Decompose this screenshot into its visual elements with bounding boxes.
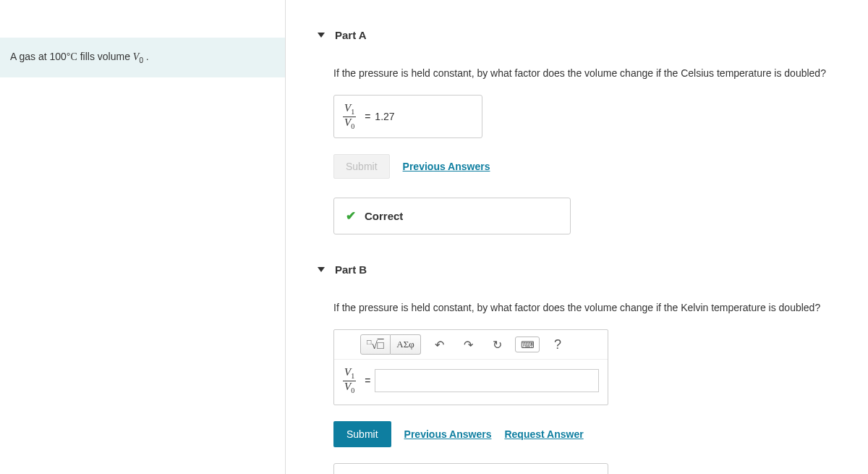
- main-content: Part A If the pressure is held constant,…: [286, 0, 868, 474]
- sidebar: A gas at 100°C fills volume V0 .: [0, 0, 286, 474]
- part-a-feedback: ✔ Correct: [333, 198, 571, 234]
- part-b-question: If the pressure is held constant, by wha…: [333, 302, 868, 313]
- chevron-down-icon: [318, 267, 325, 272]
- fraction-numerator-v: V: [344, 366, 351, 378]
- part-a-header[interactable]: Part A: [315, 22, 868, 51]
- equals-sign: =: [365, 375, 370, 386]
- submit-button[interactable]: Submit: [333, 421, 391, 447]
- redo-icon[interactable]: ↷: [457, 335, 479, 354]
- submit-button-disabled: Submit: [333, 154, 390, 179]
- keyboard-icon[interactable]: ⌨: [515, 337, 540, 352]
- check-icon: ✔: [346, 208, 356, 224]
- problem-text-prefix: A gas at 100: [10, 51, 67, 62]
- part-b-section: Part B If the pressure is held constant,…: [315, 256, 868, 474]
- equals-sign: =: [365, 111, 370, 122]
- fraction-denominator-v: V: [344, 117, 351, 128]
- unit: C: [70, 51, 77, 62]
- fraction-v1-v0: V1 V0: [343, 367, 356, 394]
- fraction-numerator-v: V: [344, 102, 351, 114]
- greek-button[interactable]: ΑΣφ: [391, 334, 421, 355]
- templates-button[interactable]: □√□: [360, 334, 391, 355]
- fraction-denominator-v: V: [344, 381, 351, 392]
- problem-text-suffix: .: [143, 51, 149, 62]
- part-b-input-panel: □√□ ΑΣφ ↶ ↷ ↻ ⌨ ? V1 V0: [333, 329, 608, 405]
- part-a-value: 1.27: [375, 111, 394, 122]
- request-answer-link[interactable]: Request Answer: [504, 428, 583, 440]
- problem-statement: A gas at 100°C fills volume V0 .: [0, 38, 285, 77]
- answer-input[interactable]: [375, 369, 599, 392]
- fraction-numerator-sub: 1: [351, 372, 354, 380]
- part-b-title: Part B: [335, 263, 367, 276]
- fraction-denominator-sub: 0: [351, 386, 354, 394]
- part-b-feedback: ✖ Incorrect; Try Again; 5 attempts remai…: [333, 463, 608, 474]
- part-a-answer-box: V1 V0 = 1.27: [333, 95, 482, 138]
- root-icon: □√□: [367, 338, 383, 352]
- input-toolbar: □√□ ΑΣφ ↶ ↷ ↻ ⌨ ?: [334, 330, 608, 360]
- previous-answers-link[interactable]: Previous Answers: [404, 428, 492, 440]
- part-a-feedback-text: Correct: [365, 210, 403, 222]
- undo-icon[interactable]: ↶: [428, 335, 450, 354]
- help-icon[interactable]: ?: [547, 335, 569, 354]
- part-a-question: If the pressure is held constant, by wha…: [333, 67, 868, 79]
- previous-answers-link[interactable]: Previous Answers: [403, 161, 490, 172]
- part-a-section: Part A If the pressure is held constant,…: [315, 22, 868, 234]
- problem-text-mid: fills volume: [77, 51, 133, 62]
- chevron-down-icon: [318, 33, 325, 38]
- reset-icon[interactable]: ↻: [486, 335, 508, 354]
- fraction-numerator-sub: 1: [351, 108, 354, 116]
- fraction-denominator-sub: 0: [351, 122, 354, 130]
- part-a-title: Part A: [335, 29, 367, 41]
- fraction-v1-v0: V1 V0: [343, 103, 356, 130]
- part-b-header[interactable]: Part B: [315, 256, 868, 286]
